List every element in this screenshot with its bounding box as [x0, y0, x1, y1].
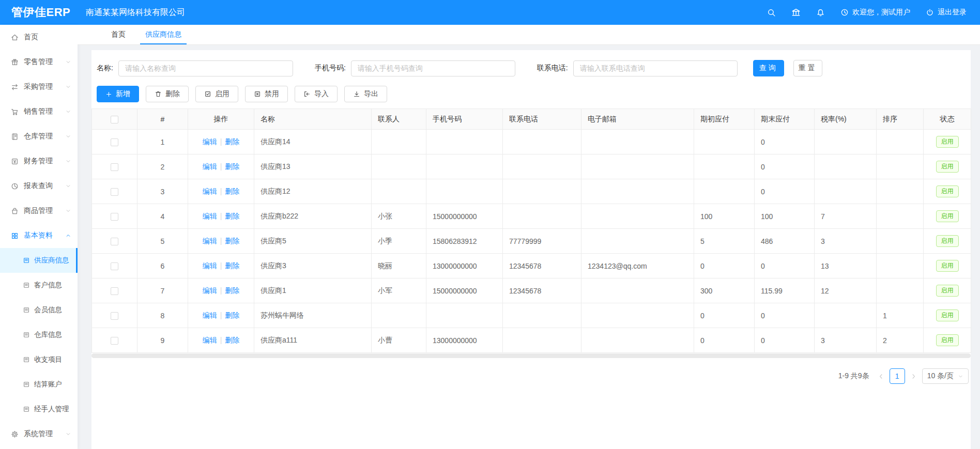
row-checkbox[interactable] [111, 163, 118, 171]
cell-actions: 编辑|删除 [188, 254, 254, 278]
search-icon[interactable] [767, 8, 776, 17]
cell-end-payable: 0 [755, 328, 815, 353]
cell-actions: 编辑|删除 [188, 154, 254, 179]
delete-link[interactable]: 删除 [225, 162, 239, 171]
cell-mobile [426, 154, 503, 179]
cell-phone: 77779999 [503, 229, 581, 254]
cell-mobile [426, 130, 503, 154]
sidebar-item-system[interactable]: 系统管理 [0, 422, 78, 446]
bank-icon[interactable] [791, 8, 801, 17]
sidebar-item-reports[interactable]: 报表查询 [0, 174, 78, 198]
cell-tax-rate: 7 [815, 204, 877, 229]
edit-link[interactable]: 编辑 [203, 286, 217, 295]
row-checkbox[interactable] [111, 213, 118, 221]
phone-search-input[interactable] [573, 60, 738, 76]
delete-link[interactable]: 删除 [225, 137, 239, 146]
sidebar-item-sales[interactable]: 销售管理 [0, 99, 78, 124]
cell-contact [372, 303, 426, 328]
sidebar-subitem-warehouse-info[interactable]: 仓库信息 [0, 322, 78, 347]
reset-button[interactable]: 重置 [793, 60, 822, 76]
logout-button[interactable]: 退出登录 [926, 8, 967, 17]
delete-link[interactable]: 删除 [225, 212, 239, 220]
sidebar-item-home[interactable]: 首页 [0, 25, 78, 50]
table-row: 4 编辑|删除 供应商b222 小张 15000000000 1 [92, 204, 971, 229]
delete-link[interactable]: 删除 [225, 336, 239, 344]
cell-end-payable: 486 [755, 229, 815, 254]
sidebar-item-goods[interactable]: 商品管理 [0, 198, 78, 223]
row-checkbox[interactable] [111, 262, 118, 270]
name-search-input[interactable] [118, 60, 293, 76]
row-checkbox[interactable] [111, 188, 118, 196]
col-header-phone: 联系电话 [503, 109, 581, 130]
add-button[interactable]: 新增 [97, 86, 139, 102]
edit-link[interactable]: 编辑 [203, 336, 217, 344]
row-checkbox[interactable] [111, 337, 118, 345]
sidebar-subitem-member-info[interactable]: 会员信息 [0, 298, 78, 322]
row-checkbox[interactable] [111, 138, 118, 146]
sidebar-subitem-customer-info[interactable]: 客户信息 [0, 273, 78, 298]
sidebar-item-warehouse[interactable]: 仓库管理 [0, 124, 78, 149]
table-header-row: # 操作 名称 联系人 手机号码 联系电话 电子邮箱 期初应付 期末应付 税率(… [92, 109, 971, 130]
edit-link[interactable]: 编辑 [203, 237, 217, 245]
current-page-button[interactable]: 1 [890, 368, 905, 384]
cell-name: 供应商1 [254, 278, 372, 303]
disable-button[interactable]: 禁用 [245, 86, 288, 102]
sidebar-subitem-handler-management[interactable]: 经手人管理 [0, 397, 78, 422]
cell-tax-rate: 12 [815, 278, 877, 303]
row-checkbox[interactable] [111, 287, 118, 295]
cell-email: 1234123@qq.com [581, 254, 694, 278]
delete-link[interactable]: 删除 [225, 311, 239, 319]
delete-link[interactable]: 删除 [225, 261, 239, 270]
chevron-down-icon [958, 374, 963, 379]
bell-icon[interactable] [816, 8, 825, 17]
edit-link[interactable]: 编辑 [203, 212, 217, 220]
sidebar-subitem-income-expense[interactable]: 收支项目 [0, 347, 78, 372]
sidebar-item-retail[interactable]: 零售管理 [0, 50, 78, 74]
edit-link[interactable]: 编辑 [203, 137, 217, 146]
sidebar: 首页 零售管理 采购管理 销售管理 仓库管理 财务管理 [0, 25, 78, 449]
cell-tax-rate: 3 [815, 229, 877, 254]
edit-link[interactable]: 编辑 [203, 162, 217, 171]
welcome-user[interactable]: 欢迎您，测试用户 [840, 8, 910, 17]
status-badge: 启用 [936, 161, 959, 173]
next-page-button[interactable] [910, 373, 917, 380]
tab-home[interactable]: 首页 [106, 25, 131, 44]
export-button[interactable]: 导出 [344, 86, 387, 102]
table-row: 1 编辑|删除 供应商14 [92, 130, 971, 154]
edit-link[interactable]: 编辑 [203, 187, 217, 195]
col-header-sort: 排序 [877, 109, 924, 130]
cell-end-payable: 0 [755, 154, 815, 179]
delete-link[interactable]: 删除 [225, 286, 239, 295]
link-divider: | [220, 187, 222, 195]
edit-link[interactable]: 编辑 [203, 261, 217, 270]
cell-end-payable: 115.99 [755, 278, 815, 303]
tab-supplier-info[interactable]: 供应商信息 [140, 25, 187, 44]
sidebar-subitem-settlement-account[interactable]: 结算账户 [0, 372, 78, 397]
prev-page-button[interactable] [878, 373, 884, 380]
query-button[interactable]: 查询 [753, 60, 784, 76]
enable-button[interactable]: 启用 [195, 86, 238, 102]
sidebar-item-purchase[interactable]: 采购管理 [0, 74, 78, 99]
row-checkbox[interactable] [111, 312, 118, 320]
delete-link[interactable]: 删除 [225, 187, 239, 195]
delete-button[interactable]: 删除 [146, 86, 189, 102]
page-size-select[interactable]: 10 条/页 [922, 368, 969, 384]
select-all-checkbox[interactable] [111, 116, 118, 123]
row-checkbox[interactable] [111, 238, 118, 245]
sidebar-item-finance[interactable]: 财务管理 [0, 149, 78, 174]
cell-name: 苏州蜗牛网络 [254, 303, 372, 328]
check-square-icon [204, 90, 211, 98]
delete-link[interactable]: 删除 [225, 237, 239, 245]
cell-index: 4 [137, 204, 188, 229]
import-button[interactable]: 导入 [295, 86, 338, 102]
horizontal-scrollbar[interactable] [91, 353, 971, 358]
table-row: 6 编辑|删除 供应商3 晓丽 13000000000 12345678 123… [92, 254, 971, 278]
mobile-search-input[interactable] [351, 60, 515, 76]
cell-sort [877, 229, 924, 254]
cell-contact: 小季 [372, 229, 426, 254]
link-divider: | [220, 237, 222, 245]
sidebar-subitem-supplier-info[interactable]: 供应商信息 [0, 248, 78, 273]
sidebar-item-basic-data[interactable]: 基本资料 [0, 223, 78, 248]
edit-link[interactable]: 编辑 [203, 311, 217, 319]
cell-name: 供应商14 [254, 130, 372, 154]
